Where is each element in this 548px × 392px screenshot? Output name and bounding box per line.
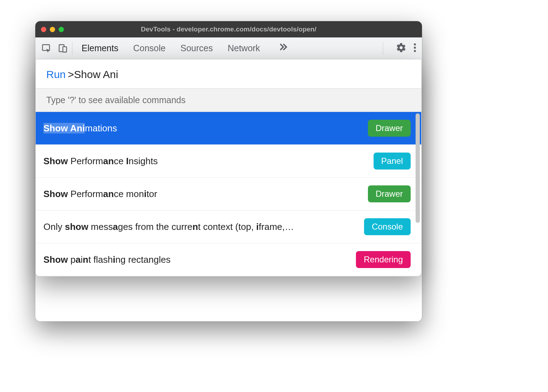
command-hint: Type '?' to see available commands [36, 89, 421, 112]
command-query: >Show Ani [68, 69, 118, 81]
command-result-item[interactable]: Show Performance InsightsPanel [36, 145, 421, 178]
traffic-lights [41, 27, 64, 32]
device-toggle-icon[interactable] [58, 43, 68, 53]
tab-sources[interactable]: Sources [180, 43, 213, 53]
tab-elements[interactable]: Elements [82, 43, 118, 53]
more-tabs-icon[interactable] [278, 42, 288, 55]
maximize-window-button[interactable] [59, 27, 64, 32]
command-result-badge: Panel [374, 153, 411, 170]
command-result-badge: Drawer [368, 120, 411, 137]
toolbar-divider [72, 42, 72, 55]
tab-network[interactable]: Network [228, 43, 260, 53]
titlebar: DevTools - developer.chrome.com/docs/dev… [35, 21, 422, 37]
command-result-label: Show Performance Insights [43, 156, 158, 167]
command-menu: Run >Show Ani Type '?' to see available … [35, 59, 422, 277]
command-result-item[interactable]: Only show messages from the current cont… [36, 210, 421, 243]
command-result-label: Only show messages from the current cont… [43, 221, 294, 232]
kebab-menu-icon[interactable] [413, 43, 416, 54]
svg-rect-2 [63, 47, 67, 52]
results-scrollbar[interactable] [416, 113, 420, 223]
inspect-element-icon[interactable] [42, 43, 52, 53]
svg-rect-0 [42, 44, 49, 50]
command-result-label: Show paint flashing rectangles [43, 254, 171, 265]
command-prefix: Run [46, 69, 66, 81]
command-result-badge: Rendering [356, 251, 411, 268]
command-result-item[interactable]: Show Performance monitorDrawer [36, 178, 421, 210]
command-result-badge: Drawer [368, 185, 411, 202]
tab-console[interactable]: Console [133, 43, 166, 53]
command-result-item[interactable]: Show paint flashing rectanglesRendering [36, 243, 421, 276]
toolbar-divider-right [383, 42, 383, 55]
svg-point-4 [414, 47, 416, 49]
svg-point-3 [414, 43, 416, 45]
command-result-badge: Console [364, 218, 411, 235]
window-title: DevTools - developer.chrome.com/docs/dev… [35, 25, 422, 33]
close-window-button[interactable] [41, 27, 46, 32]
command-results: Show AnimationsDrawerShow Performance In… [36, 112, 421, 276]
svg-point-5 [414, 50, 416, 52]
devtools-toolbar: Elements Console Sources Network [35, 37, 422, 59]
panel-tabs: Elements Console Sources Network [78, 42, 379, 55]
minimize-window-button[interactable] [50, 27, 55, 32]
settings-gear-icon[interactable] [396, 42, 406, 54]
command-input[interactable]: Run >Show Ani [36, 59, 421, 89]
command-result-label: Show Performance monitor [43, 189, 157, 200]
command-result-label: Show Animations [43, 123, 117, 134]
command-result-item[interactable]: Show AnimationsDrawer [36, 112, 421, 145]
